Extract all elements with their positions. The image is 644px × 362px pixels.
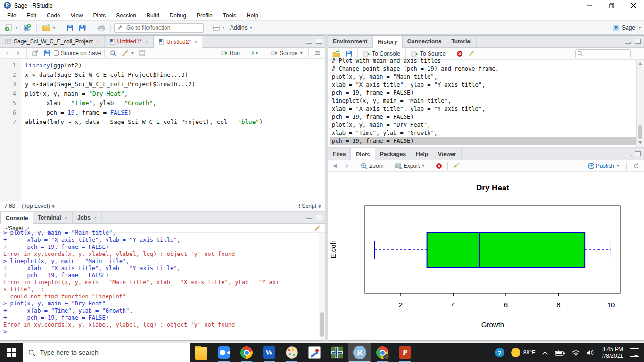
menu-help[interactable]: Help — [241, 11, 264, 20]
menu-profile[interactable]: Profile — [191, 11, 218, 20]
tab-console[interactable]: Console — [0, 212, 33, 224]
taskbar-app-word[interactable]: W — [258, 343, 281, 362]
close-tab-icon[interactable]: × — [194, 39, 197, 45]
tab-tutorial[interactable]: Tutorial — [446, 36, 477, 47]
tab-jobs[interactable]: Jobs× — [73, 212, 102, 223]
forward-icon[interactable] — [14, 49, 23, 58]
source-button[interactable]: Source — [269, 49, 305, 58]
addins-button[interactable]: Addins — [228, 23, 255, 33]
scope-selector[interactable]: (Top Level) — [22, 203, 54, 209]
menu-session[interactable]: Session — [111, 11, 141, 20]
minimize-pane-icon[interactable] — [306, 218, 312, 220]
file-type-selector[interactable]: R Script — [296, 203, 321, 209]
find-replace-icon[interactable] — [108, 49, 118, 58]
project-menu[interactable]: R Sage — [613, 25, 641, 31]
next-plot-icon[interactable] — [342, 162, 352, 170]
close-tab-icon[interactable]: × — [94, 215, 97, 221]
history-entry[interactable]: pch = 19, frame = FALSE) — [330, 137, 644, 145]
run-button[interactable]: Run — [219, 49, 242, 58]
tab-help[interactable]: Help — [411, 148, 433, 160]
start-button[interactable] — [0, 343, 23, 362]
remove-plot-icon[interactable] — [434, 161, 444, 171]
close-tab-icon[interactable]: × — [64, 215, 67, 221]
history-entry[interactable]: pch = 19, frame = FALSE) — [330, 113, 644, 121]
history-entry[interactable]: pch = 19, frame = FALSE) — [330, 89, 644, 97]
publish-button[interactable]: Publish — [586, 161, 621, 171]
taskbar-app-chrome[interactable] — [235, 343, 258, 362]
minimize-pane-icon[interactable] — [306, 42, 312, 44]
wifi-icon[interactable] — [572, 350, 580, 356]
tab-environment[interactable]: Environment — [328, 36, 372, 47]
tab-terminal[interactable]: Terminal× — [33, 212, 73, 223]
rerun-button[interactable] — [250, 49, 261, 57]
volume-icon[interactable] — [586, 349, 594, 356]
restore-icon[interactable] — [601, 0, 622, 11]
tab-files[interactable]: Files — [328, 148, 351, 160]
new-project-button[interactable]: R — [21, 22, 33, 33]
tab-plots[interactable]: Plots — [351, 148, 375, 160]
menu-file[interactable]: File — [2, 11, 21, 20]
menu-plots[interactable]: Plots — [88, 11, 111, 20]
taskbar-app-paint3d[interactable] — [281, 343, 303, 362]
close-tab-icon[interactable]: × — [96, 39, 99, 44]
taskbar-app-file-explorer[interactable] — [190, 343, 213, 362]
close-icon[interactable] — [622, 0, 644, 11]
print-button[interactable] — [96, 23, 107, 33]
history-entry[interactable]: # Plot with main and axis titles — [330, 57, 644, 65]
history-entry[interactable]: xlab = "X axis title", ylab = "Y axis ti… — [330, 105, 644, 113]
history-entry[interactable]: lineplot(x, y, main = "Main title", — [330, 97, 644, 105]
maximize-pane-icon[interactable] — [316, 39, 322, 44]
taskbar-search[interactable]: Type here to search — [23, 343, 190, 362]
clear-plots-icon[interactable] — [451, 161, 462, 170]
maximize-pane-icon[interactable] — [635, 39, 641, 44]
tab-history[interactable]: History — [372, 36, 402, 48]
document-outline-icon[interactable] — [313, 49, 322, 57]
action-center-icon[interactable] — [630, 348, 639, 357]
menu-view[interactable]: View — [66, 11, 88, 20]
history-entry[interactable]: plot(x, y, main = "Dry Heat", — [330, 121, 644, 129]
popout-icon[interactable] — [30, 49, 41, 58]
minimize-pane-icon[interactable] — [625, 42, 631, 44]
save-button[interactable] — [65, 23, 75, 33]
goto-file-search[interactable] — [114, 23, 204, 33]
tray-chevron-icon[interactable] — [542, 351, 548, 355]
maximize-pane-icon[interactable] — [635, 151, 641, 156]
close-tab-icon[interactable]: × — [145, 39, 148, 44]
new-file-button[interactable] — [3, 22, 20, 33]
taskbar-app-rstudio[interactable]: R — [348, 343, 371, 362]
menu-tools[interactable]: Tools — [218, 11, 241, 20]
history-search-input[interactable] — [585, 51, 627, 57]
history-list[interactable]: # Plot with main and axis titles# Change… — [328, 57, 644, 145]
minimize-pane-icon[interactable] — [625, 155, 631, 156]
save-all-button[interactable] — [77, 23, 89, 33]
get-help-icon[interactable]: ? — [495, 348, 504, 357]
history-search[interactable] — [575, 49, 631, 58]
save-icon[interactable] — [42, 49, 52, 58]
menu-debug[interactable]: Debug — [165, 11, 191, 20]
zoom-plot-button[interactable]: Zoom — [359, 161, 386, 171]
taskbar-app-flag-app[interactable] — [326, 343, 348, 362]
console-output[interactable]: > plot(x, y, main = "Main title",+ xlab … — [0, 230, 325, 337]
tab-untitled2-[interactable]: RUntitled2*× — [153, 36, 202, 48]
tab-packages[interactable]: Packages — [375, 148, 411, 160]
goto-file-input[interactable] — [126, 25, 197, 31]
export-plot-button[interactable]: Export — [393, 161, 427, 171]
refresh-plot-icon[interactable] — [631, 161, 641, 170]
code-tools-icon[interactable] — [120, 49, 136, 58]
compile-report-icon[interactable] — [137, 49, 147, 58]
menu-build[interactable]: Build — [141, 11, 165, 20]
history-entry[interactable]: xlab = "X axis title", ylab = "Y axis ti… — [330, 81, 644, 89]
taskbar-app-zoom[interactable] — [213, 343, 235, 362]
code-editor[interactable]: 1234567 library(ggplot2)x <-data(Sage_Sc… — [0, 59, 325, 201]
tab-connections[interactable]: Connections — [403, 36, 447, 47]
history-entry[interactable]: plot(x, y, main = "Main title", — [330, 73, 644, 81]
back-icon[interactable] — [3, 49, 12, 58]
taskbar-app-chrome-profile[interactable] — [371, 343, 394, 362]
minimize-icon[interactable] — [579, 0, 601, 11]
weather-widget[interactable]: 88°F — [511, 348, 535, 357]
menu-edit[interactable]: Edit — [21, 11, 41, 20]
tab-viewer[interactable]: Viewer — [433, 148, 461, 160]
taskbar-app-powerpoint[interactable]: P — [394, 343, 416, 362]
history-entry[interactable]: # Change point shape (pch = 19) and remo… — [330, 65, 644, 73]
tab-untitled1-[interactable]: RUntitled1*× — [105, 36, 153, 47]
